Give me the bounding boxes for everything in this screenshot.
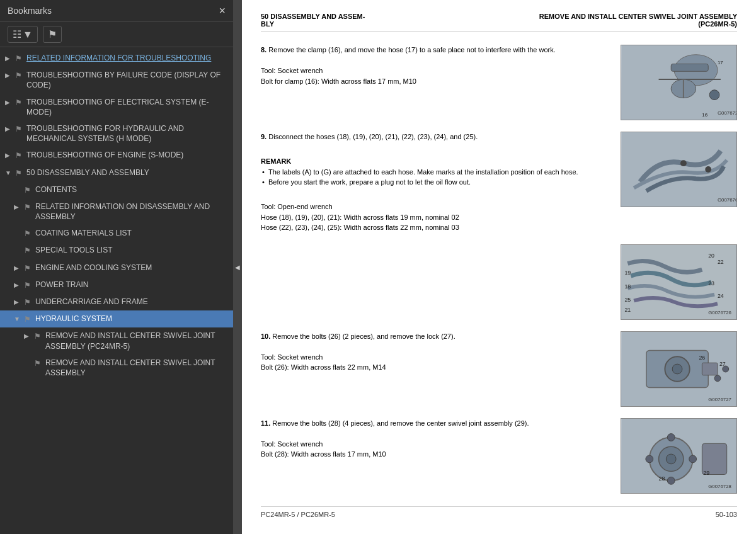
svg-point-40 [646, 455, 653, 463]
bookmark-icon: ⚑ [24, 297, 33, 307]
bookmark-button[interactable]: ⚑ [43, 26, 62, 43]
nav-label: UNDERCARRIAGE AND FRAME [35, 297, 228, 307]
doc-header-right: REMOVE AND INSTALL CENTER SWIVEL JOINT A… [539, 13, 737, 28]
svg-text:27: 27 [719, 361, 726, 367]
bookmark-icon: ⚑ [15, 168, 24, 178]
sidebar-item-remove-install-pc24[interactable]: ▶⚑REMOVE AND INSTALL CENTER SWIVEL JOINT… [0, 327, 233, 354]
sidebar-item-remove-install-center[interactable]: ⚑REMOVE AND INSTALL CENTER SWIVEL JOINT … [0, 355, 233, 381]
nav-label: TROUBLESHOOTING BY FAILURE CODE (DISPLAY… [26, 70, 228, 90]
sidebar-item-hydraulic-system[interactable]: ▼⚑HYDRAULIC SYSTEM [0, 310, 233, 327]
step-10-image: 26 27 G0076727 [621, 331, 737, 407]
sidebar-item-special-tools[interactable]: ⚑SPECIAL TOOLS LIST [0, 242, 233, 259]
main-content: 50 DISASSEMBLY AND ASSEM-BLY REMOVE AND … [242, 0, 756, 534]
nav-label: SPECIAL TOOLS LIST [35, 245, 228, 255]
collapse-sidebar-button[interactable]: ◀ [233, 0, 242, 534]
sidebar-item-disassembly-assembly[interactable]: ▼⚑50 DISASSEMBLY AND ASSEMBLY [0, 164, 233, 181]
nav-label: COATING MATERIALS LIST [35, 228, 228, 238]
bookmark-icon: ⚑ [15, 124, 24, 134]
step-9-bolt2: Hose (22), (23), (24), (25): Width acros… [261, 222, 610, 233]
remark-2: Before you start the work, prepare a plu… [261, 177, 610, 188]
bookmark-icon: ⚑ [15, 54, 24, 64]
bookmark-icon: ⚑ [24, 263, 33, 273]
chevron-icon: ▶ [24, 332, 32, 341]
svg-text:17: 17 [718, 60, 723, 65]
expand-all-button[interactable]: ☷ ▼ [8, 26, 38, 43]
step-8-number: 8. [261, 46, 266, 54]
step-10-content: 10. Remove the bolts (26) (2 pieces), an… [261, 331, 610, 342]
sidebar-item-power-train[interactable]: ▶⚑POWER TRAIN [0, 276, 233, 293]
bookmark-icon: ⚑ [24, 202, 33, 212]
step-9-remark: REMARK The labels (A) to (G) are attache… [261, 146, 610, 188]
chevron-icon: ▶ [5, 54, 13, 63]
chevron-icon: ▶ [5, 98, 13, 107]
svg-rect-2 [671, 64, 708, 72]
step-9-bolt1: Hose (18), (19), (20), (21): Width acros… [261, 212, 610, 223]
step-11-image: 29 28 G0076728 [621, 418, 737, 494]
chevron-icon: ▶ [14, 264, 21, 273]
step-8: 8. Remove the clamp (16), and move the h… [261, 45, 737, 120]
sidebar-title: Bookmarks [8, 6, 52, 16]
sidebar-item-engine-cooling[interactable]: ▶⚑ENGINE AND COOLING SYSTEM [0, 259, 233, 276]
nav-label: RELATED INFORMATION ON DISASSEMBLY AND A… [35, 202, 228, 222]
chevron-icon: ▼ [5, 169, 13, 178]
remark-title: REMARK [261, 146, 610, 167]
step-9-diagram-empty [261, 244, 610, 320]
bookmark-icon: ⚑ [24, 280, 33, 290]
step-10-number: 10. [261, 332, 270, 340]
sidebar-item-undercarriage-frame[interactable]: ▶⚑UNDERCARRIAGE AND FRAME [0, 293, 233, 310]
doc-footer-left: PC24MR-5 / PC26MR-5 [261, 511, 335, 518]
svg-rect-28 [702, 363, 718, 375]
step-11-bolt: Bolt (28): Width across flats 17 mm, M10 [261, 449, 610, 460]
nav-label: CONTENTS [35, 185, 228, 195]
svg-text:G0076727: G0076727 [708, 397, 731, 402]
step-8-text: 8. Remove the clamp (16), and move the h… [261, 45, 610, 120]
svg-text:24: 24 [718, 292, 724, 298]
svg-text:G0076765: G0076765 [718, 197, 736, 203]
bookmark-icon: ⚑ [15, 98, 24, 108]
step-9: 9. Disconnect the hoses (18), (19), (20)… [261, 132, 737, 233]
sidebar-item-troubleshooting-failure[interactable]: ▶⚑TROUBLESHOOTING BY FAILURE CODE (DISPL… [0, 67, 233, 93]
close-button[interactable]: × [219, 5, 226, 16]
svg-text:21: 21 [624, 307, 631, 313]
bookmark-icon: ⚑ [34, 358, 43, 368]
step-11-tool: Tool: Socket wrench [261, 428, 610, 449]
chevron-icon: ▶ [5, 71, 13, 80]
sidebar-item-troubleshooting-hydraulic[interactable]: ▶⚑TROUBLESHOOTING FOR HYDRAULIC AND MECH… [0, 120, 233, 147]
step-10: 10. Remove the bolts (26) (2 pieces), an… [261, 331, 737, 407]
chevron-icon: ▼ [14, 315, 21, 324]
step-9-image2: 20 22 19 18 23 24 25 21 G0076726 [621, 244, 737, 320]
svg-text:G0076725: G0076725 [718, 110, 736, 116]
doc-footer-right: 50-103 [716, 511, 737, 518]
sidebar-item-contents[interactable]: ⚑CONTENTS [0, 181, 233, 198]
svg-text:G0076728: G0076728 [708, 484, 731, 489]
sidebar-item-troubleshooting-engine[interactable]: ▶⚑TROUBLESHOOTING OF ENGINE (S-MODE) [0, 147, 233, 164]
svg-point-38 [667, 433, 675, 441]
svg-text:20: 20 [708, 252, 714, 258]
step-9-content: 9. Disconnect the hoses (18), (19), (20)… [261, 132, 610, 142]
doc-header: 50 DISASSEMBLY AND ASSEM-BLY REMOVE AND … [261, 13, 737, 32]
chevron-down-icon: ▼ [23, 29, 33, 40]
step-9-number: 9. [261, 133, 266, 140]
step-10-tool: Tool: Socket wrench [261, 341, 610, 362]
step-8-tool: Tool: Socket wrench [261, 55, 610, 76]
bookmark-icon: ⚑ [24, 229, 33, 239]
sidebar-item-related-disassembly[interactable]: ▶⚑RELATED INFORMATION ON DISASSEMBLY AND… [0, 198, 233, 225]
bookmark-icon: ⚑ [24, 185, 33, 195]
sidebar-item-coating-materials[interactable]: ⚑COATING MATERIALS LIST [0, 225, 233, 242]
nav-label: RELATED INFORMATION FOR TROUBLESHOOTING [26, 53, 228, 63]
sidebar-item-troubleshooting-electrical[interactable]: ▶⚑TROUBLESHOOTING OF ELECTRICAL SYSTEM (… [0, 94, 233, 120]
bookmark-icon: ⚑ [24, 314, 33, 324]
nav-label: POWER TRAIN [35, 280, 228, 290]
svg-text:G0076726: G0076726 [708, 310, 731, 315]
svg-point-6 [709, 90, 719, 100]
nav-label: HYDRAULIC SYSTEM [35, 314, 228, 324]
svg-point-27 [672, 364, 682, 374]
step-8-bolt: Bolt for clamp (16): Width across flats … [261, 76, 610, 87]
doc-footer: PC24MR-5 / PC26MR-5 50-103 [261, 506, 737, 518]
step-8-image: 16 17 G0076725 [621, 45, 737, 120]
svg-text:26: 26 [699, 355, 705, 361]
sidebar-item-related-troubleshooting[interactable]: ▶⚑RELATED INFORMATION FOR TROUBLESHOOTIN… [0, 50, 233, 67]
nav-label: TROUBLESHOOTING FOR HYDRAULIC AND MECHAN… [26, 123, 228, 144]
sidebar: Bookmarks × ☷ ▼ ⚑ ▶⚑RELATED INFORMATION … [0, 0, 233, 534]
grid-icon: ☷ [13, 28, 21, 40]
